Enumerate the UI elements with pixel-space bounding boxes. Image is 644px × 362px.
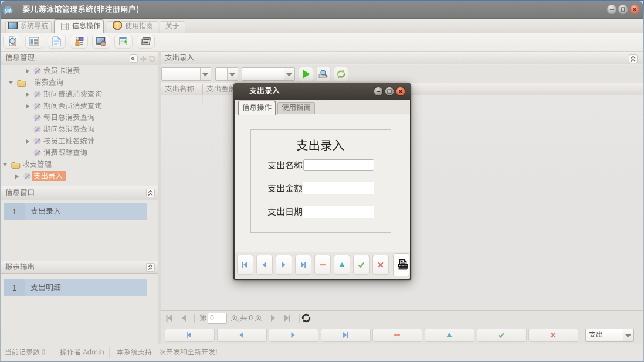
svg-text:y: y — [4, 6, 9, 14]
svg-text:?: ? — [116, 22, 119, 29]
